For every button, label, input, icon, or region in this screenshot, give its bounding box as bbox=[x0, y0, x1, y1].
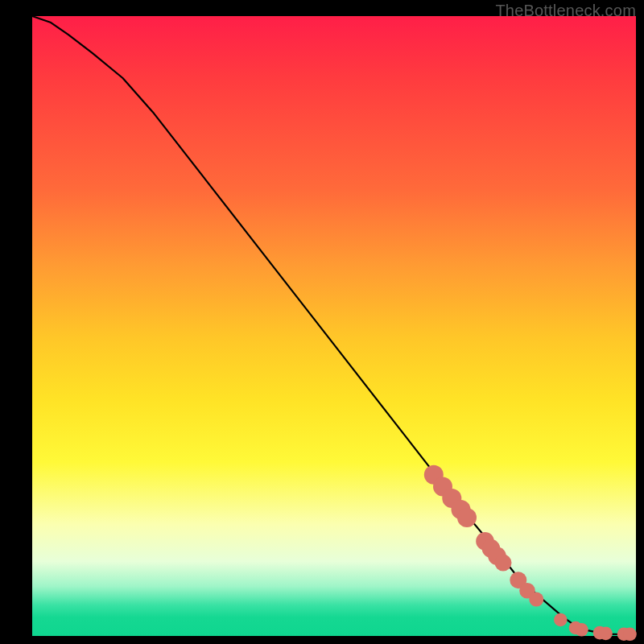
marker-layer bbox=[424, 465, 637, 641]
data-marker bbox=[623, 628, 637, 642]
chart-container: TheBottleneck.com bbox=[0, 0, 644, 644]
plot-area bbox=[32, 16, 636, 636]
data-marker bbox=[554, 613, 568, 627]
chart-overlay bbox=[32, 16, 636, 636]
bottleneck-curve bbox=[32, 16, 636, 634]
data-marker bbox=[457, 508, 477, 527]
data-marker bbox=[529, 592, 543, 607]
data-marker bbox=[599, 627, 613, 641]
data-marker bbox=[495, 555, 512, 572]
data-marker bbox=[575, 623, 588, 637]
